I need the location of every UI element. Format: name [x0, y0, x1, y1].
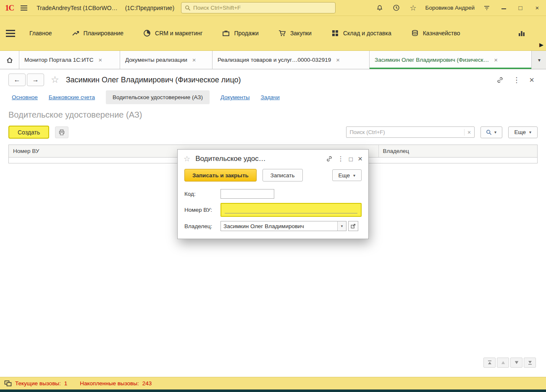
tab-monitor-portala[interactable]: Монитор Портала 1С:ИТС ×: [19, 51, 120, 69]
scroll-up-button[interactable]: [497, 358, 509, 368]
list-search[interactable]: ×: [346, 126, 475, 138]
sections-menu-icon[interactable]: [6, 30, 15, 37]
filter-panel-icon[interactable]: [482, 3, 491, 13]
sections-panel: Главное Планирование CRM и маркетинг Про…: [0, 16, 546, 51]
form-content: ← → ☆ Засимкин Олег Владимирович (Физиче…: [0, 69, 546, 377]
chevron-down-icon: ▾: [353, 173, 355, 178]
list-toolbar: Создать × ▾ Еще ▾: [0, 126, 546, 139]
global-search[interactable]: [181, 2, 336, 13]
close-dialog-icon[interactable]: ×: [358, 154, 362, 163]
favorite-star-icon[interactable]: ☆: [184, 154, 190, 163]
dialog-more-button[interactable]: Еще ▾: [332, 169, 362, 181]
tab-list-dropdown-icon[interactable]: ▾: [533, 51, 546, 69]
section-zakupki[interactable]: Закупки: [278, 29, 312, 37]
more-actions-kebab-icon[interactable]: ⋮: [513, 76, 520, 84]
accumulated-calls-label: Накопленные вызовы:: [80, 380, 139, 387]
open-owner-icon[interactable]: [348, 221, 358, 231]
drivers-license-dialog: ☆ Водительское удос… ⋮ □ × Записать и за…: [177, 149, 369, 239]
history-icon[interactable]: [392, 3, 401, 13]
back-button[interactable]: ←: [8, 74, 26, 86]
chevron-down-icon: ▾: [529, 130, 531, 134]
minimize-button[interactable]: [499, 4, 508, 11]
search-options-button[interactable]: ▾: [480, 126, 502, 138]
owner-dropdown-icon[interactable]: ▾: [337, 221, 346, 231]
sections-scroll-next-icon[interactable]: ▶: [539, 42, 543, 48]
maximize-dialog-icon[interactable]: □: [349, 155, 353, 163]
nav-link-bankovskie-scheta[interactable]: Банковские счета: [49, 94, 95, 100]
search-icon: [185, 5, 191, 11]
section-planirovanie[interactable]: Планирование: [71, 29, 124, 37]
close-form-icon[interactable]: ×: [529, 75, 534, 85]
more-actions-kebab-icon[interactable]: ⋮: [338, 155, 344, 163]
global-search-input[interactable]: [193, 5, 332, 11]
main-menu-icon[interactable]: [21, 5, 27, 11]
save-button[interactable]: Записать: [262, 169, 303, 182]
nav-link-osnovnoe[interactable]: Основное: [12, 94, 38, 100]
app-window: 1С TradeAndreyTest (1CBorWO… (1С:Предпри…: [0, 0, 546, 392]
titlebar: 1С TradeAndreyTest (1CBorWO… (1С:Предпри…: [0, 0, 546, 16]
get-link-icon[interactable]: [496, 76, 504, 84]
code-field[interactable]: [220, 189, 274, 199]
section-kaznacheystvo[interactable]: Казначейство: [411, 29, 460, 37]
scroll-to-top-button[interactable]: [483, 358, 496, 368]
close-tab-icon[interactable]: ×: [494, 56, 498, 63]
form-title: Засимкин Олег Владимирович (Физическое л…: [66, 76, 241, 84]
tab-realizaciya-tovarov[interactable]: Реализация товаров и услуг…0000-032919 ×: [213, 51, 370, 69]
cart-icon: [278, 29, 286, 37]
chevron-down-icon: ▾: [494, 130, 496, 134]
app-title: TradeAndreyTest (1CBorWO…: [37, 5, 117, 11]
home-icon: [6, 56, 13, 64]
scroll-to-bottom-button[interactable]: [524, 358, 536, 368]
print-icon[interactable]: [55, 126, 68, 138]
close-tab-icon[interactable]: ×: [99, 56, 102, 63]
close-tab-icon[interactable]: ×: [336, 56, 340, 63]
section-sklad[interactable]: Склад и доставка: [331, 29, 391, 37]
tab-zasimkin-active[interactable]: Засимкин Олег Владимирович (Физическ… ×: [370, 51, 532, 69]
notifications-bell-icon[interactable]: [375, 3, 384, 13]
coins-icon: [411, 29, 419, 37]
list-more-button[interactable]: Еще ▾: [508, 126, 538, 138]
maximize-button[interactable]: □: [516, 4, 525, 11]
close-tab-icon[interactable]: ×: [192, 56, 196, 63]
forward-button[interactable]: →: [27, 74, 44, 86]
favorite-star-icon[interactable]: ☆: [51, 74, 59, 85]
platform-label: (1С:Предприятие): [125, 5, 174, 11]
search-icon: [486, 129, 492, 135]
current-calls-value: 1: [64, 380, 68, 387]
home-tab[interactable]: [0, 51, 19, 69]
owner-field-value[interactable]: Засимкин Олег Владимирович: [221, 221, 337, 231]
dialog-fields: Код: Номер ВУ: Владелец: Засимкин Олег В…: [178, 187, 368, 239]
nav-link-zadachi[interactable]: Задачи: [261, 94, 280, 100]
planning-icon: [71, 29, 80, 37]
section-glavnoe[interactable]: Главное: [29, 30, 52, 37]
column-header-vladelec[interactable]: Владелец: [379, 145, 537, 157]
open-windows-tabbar: Монитор Портала 1С:ИТС × Документы реали…: [0, 51, 546, 69]
list-search-input[interactable]: [346, 129, 464, 135]
clear-search-icon[interactable]: ×: [464, 129, 474, 136]
bottom-edge-strip: [0, 389, 546, 392]
warehouse-grid-icon: [331, 29, 339, 37]
owner-field-label: Владелец:: [184, 223, 220, 229]
statusbar: Текущие вызовы: 1 Накопленные вызовы: 24…: [0, 377, 546, 389]
briefcase-icon: [222, 29, 230, 37]
nav-link-voditelskoe-active[interactable]: Водительское удостоверение (АЗ): [106, 90, 210, 104]
owner-field-group: Засимкин Олег Владимирович ▾: [220, 221, 346, 231]
scroll-down-button[interactable]: [510, 358, 522, 368]
get-link-icon[interactable]: [326, 155, 333, 162]
license-number-field-highlighted[interactable]: [220, 203, 362, 217]
accumulated-calls-value: 243: [142, 380, 152, 387]
tab-dokumenty-realizacii[interactable]: Документы реализации ×: [120, 51, 213, 69]
save-and-close-button[interactable]: Записать и закрыть: [184, 169, 257, 182]
1c-logo: 1С: [5, 3, 14, 13]
favorites-star-icon[interactable]: ☆: [409, 3, 418, 13]
create-button[interactable]: Создать: [8, 126, 49, 139]
close-window-button[interactable]: ×: [533, 4, 542, 11]
section-crm[interactable]: CRM и маркетинг: [143, 29, 202, 37]
license-number-field-label: Номер ВУ:: [184, 207, 220, 213]
list-scroll-buttons: [483, 358, 536, 368]
dialog-title: Водительское удос…: [195, 155, 321, 163]
section-prodazhi[interactable]: Продажи: [222, 29, 258, 37]
nav-link-dokumenty[interactable]: Документы: [220, 94, 250, 100]
reports-chart-icon[interactable]: [517, 29, 526, 37]
user-name[interactable]: Боровиков Андрей: [425, 5, 475, 11]
